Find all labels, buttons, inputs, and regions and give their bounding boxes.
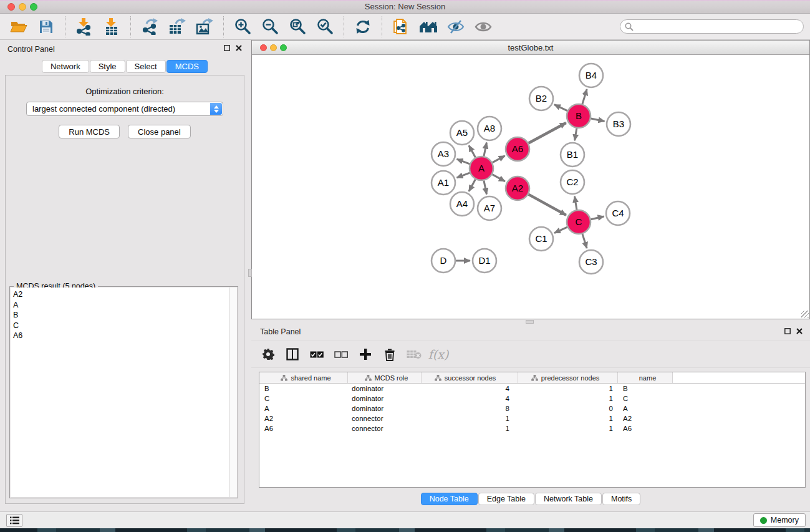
- search-input[interactable]: [620, 19, 804, 34]
- unselect-all-button[interactable]: [332, 345, 350, 364]
- node-B[interactable]: B: [567, 104, 591, 128]
- mcds-result-item[interactable]: A: [13, 300, 229, 311]
- table-cell[interactable]: C: [618, 395, 673, 402]
- mcds-result-item[interactable]: B: [13, 310, 229, 321]
- column-header-mcds-role[interactable]: MCDS role: [348, 372, 422, 383]
- zoom-out-button[interactable]: [259, 16, 281, 37]
- task-history-button[interactable]: [6, 514, 22, 527]
- mcds-result-list[interactable]: A2ABCA6: [11, 288, 229, 497]
- select-all-button[interactable]: [307, 345, 326, 364]
- table-cell[interactable]: connector: [348, 415, 422, 422]
- table-cell[interactable]: dominator: [348, 385, 422, 392]
- edge-A-A3[interactable]: [457, 159, 470, 164]
- table-tab-motifs[interactable]: Motifs: [602, 493, 640, 505]
- edge-B-B3[interactable]: [591, 118, 605, 121]
- edge-A6-B[interactable]: [529, 123, 566, 143]
- home-button[interactable]: [418, 16, 439, 37]
- table-cell[interactable]: C: [259, 395, 348, 402]
- node-C3[interactable]: C3: [579, 250, 603, 274]
- node-A4[interactable]: A4: [450, 192, 474, 216]
- table-tab-edge-table[interactable]: Edge Table: [478, 493, 534, 505]
- table-row[interactable]: A2connector11A2: [259, 414, 805, 423]
- open-session-button[interactable]: [8, 16, 29, 37]
- node-C1[interactable]: C1: [529, 227, 553, 251]
- table-cell[interactable]: 1: [518, 425, 618, 432]
- node-A2[interactable]: A2: [506, 177, 529, 200]
- tab-style[interactable]: Style: [90, 60, 125, 73]
- node-A3[interactable]: A3: [432, 142, 455, 166]
- node-B3[interactable]: B3: [607, 112, 630, 136]
- table-cell[interactable]: 0: [518, 405, 618, 412]
- edge-A-A1[interactable]: [457, 173, 470, 178]
- zoom-selected-button[interactable]: [314, 16, 335, 37]
- edge-A2-C[interactable]: [529, 195, 566, 215]
- window-resize-grip[interactable]: [801, 311, 809, 318]
- mcds-result-item[interactable]: A6: [13, 331, 229, 341]
- node-D1[interactable]: D1: [473, 249, 496, 273]
- table-tab-network-table[interactable]: Network Table: [535, 493, 602, 505]
- new-session-from-network-button[interactable]: [390, 16, 412, 37]
- delete-column-button[interactable]: [380, 345, 399, 364]
- edge-A-A6[interactable]: [493, 156, 505, 163]
- table-cell[interactable]: 1: [518, 395, 618, 402]
- table-cell[interactable]: 4: [422, 395, 518, 402]
- refresh-button[interactable]: [352, 16, 374, 37]
- tab-mcds[interactable]: MCDS: [166, 60, 208, 73]
- node-B2[interactable]: B2: [529, 87, 553, 110]
- zoom-fit-button[interactable]: [287, 16, 308, 37]
- edge-B-B4[interactable]: [582, 89, 587, 104]
- edge-A-A2[interactable]: [493, 175, 505, 181]
- column-header-name[interactable]: name: [618, 372, 673, 383]
- run-mcds-button[interactable]: Run MCDS: [59, 125, 120, 138]
- edge-A-A4[interactable]: [469, 180, 475, 191]
- table-cell[interactable]: A: [618, 405, 673, 412]
- table-cell[interactable]: 1: [422, 415, 518, 422]
- edge-B-B1[interactable]: [575, 128, 577, 141]
- table-cell[interactable]: 1: [518, 385, 618, 392]
- close-table-panel-icon[interactable]: [796, 328, 803, 334]
- tab-network[interactable]: Network: [42, 60, 89, 73]
- import-network-button[interactable]: [74, 16, 95, 37]
- node-B1[interactable]: B1: [561, 143, 584, 167]
- edge-C-C3[interactable]: [582, 234, 587, 248]
- table-settings-button[interactable]: [259, 345, 277, 364]
- table-cell[interactable]: connector: [348, 425, 422, 432]
- export-table-button[interactable]: [166, 16, 188, 37]
- close-panel-button[interactable]: Close panel: [128, 125, 191, 138]
- node-A8[interactable]: A8: [478, 117, 501, 140]
- table-row[interactable]: Cdominator41C: [259, 394, 805, 404]
- table-cell[interactable]: B: [259, 385, 348, 392]
- table-cell[interactable]: A2: [618, 415, 673, 422]
- hide-graphics-details-button[interactable]: [445, 16, 466, 37]
- function-builder-button[interactable]: f(x): [429, 345, 448, 364]
- optimization-criterion-select[interactable]: largest connected component (directed): [26, 102, 223, 116]
- float-table-panel-icon[interactable]: [784, 328, 791, 334]
- network-window-titlebar[interactable]: testGlobe.txt: [252, 41, 809, 55]
- export-network-button[interactable]: [139, 16, 160, 37]
- tab-select[interactable]: Select: [126, 60, 166, 73]
- edge-A-A7[interactable]: [484, 181, 486, 195]
- table-row[interactable]: Bdominator41B: [259, 384, 805, 394]
- table-row[interactable]: A6connector11A6: [259, 423, 805, 433]
- node-C4[interactable]: C4: [606, 201, 630, 225]
- table-row[interactable]: Adominator80A: [259, 404, 805, 414]
- vertical-splitter-handle[interactable]: [248, 269, 252, 277]
- table-cell[interactable]: B: [618, 385, 673, 392]
- edge-C-C1[interactable]: [554, 227, 567, 233]
- float-panel-icon[interactable]: [224, 45, 230, 51]
- add-column-button[interactable]: [356, 345, 375, 364]
- table-cell[interactable]: A6: [618, 425, 673, 432]
- table-cell[interactable]: A6: [259, 425, 348, 432]
- column-header-shared-name[interactable]: shared name: [259, 372, 348, 383]
- node-A6[interactable]: A6: [506, 137, 529, 161]
- network-canvas[interactable]: B4B2BB3A8A5A6A3B1AC2A1A2A4A7C4CC1DD1C3: [252, 55, 809, 319]
- edge-C-C4[interactable]: [591, 216, 604, 220]
- show-graphics-details-button[interactable]: [473, 16, 494, 37]
- show-columns-button[interactable]: [283, 345, 302, 364]
- table-cell[interactable]: A2: [259, 415, 348, 422]
- table-cell[interactable]: 8: [422, 405, 518, 412]
- node-A[interactable]: A: [470, 157, 493, 180]
- table-tab-node-table[interactable]: Node Table: [421, 493, 478, 505]
- edge-B-B2[interactable]: [554, 105, 567, 111]
- edge-C-C2[interactable]: [575, 196, 577, 210]
